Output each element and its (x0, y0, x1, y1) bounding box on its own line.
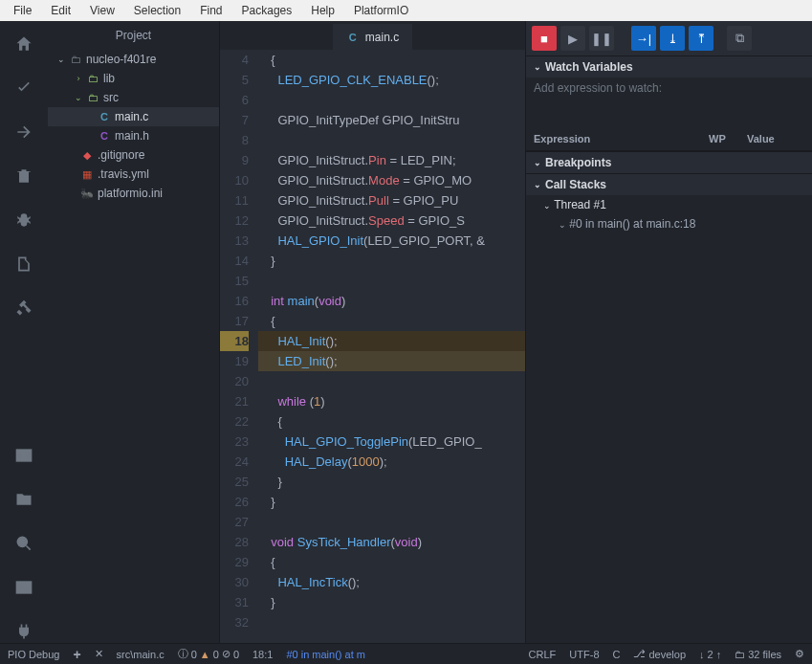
tree-label: .travis.yml (98, 167, 149, 181)
menu-find[interactable]: Find (190, 2, 231, 19)
tree-label: main.c (115, 110, 148, 123)
frame-label: #0 in main() at main.c:18 (569, 217, 695, 231)
tree-label: src (103, 91, 119, 104)
menu-selection[interactable]: Selection (124, 2, 190, 19)
debug-toolbar: ■ ▶ ❚❚ →| ⤓ ⤒ ⧉ (526, 21, 812, 55)
menubar: File Edit View Selection Find Packages H… (0, 0, 812, 21)
step-over-button[interactable]: →| (631, 26, 656, 51)
svg-rect-2 (17, 582, 32, 593)
activity-bar (0, 21, 48, 643)
status-close[interactable]: ✕ (95, 648, 103, 660)
folder-icon: 🗀 (86, 72, 99, 85)
thread-label: Thread #1 (554, 198, 606, 211)
status-cursor[interactable]: 18:1 (252, 649, 273, 660)
info-icon: ⓘ (178, 647, 188, 661)
tree-gitignore[interactable]: ◆ .gitignore (48, 145, 219, 165)
git-icon: ◆ (80, 148, 94, 162)
bug-icon[interactable] (12, 209, 35, 232)
console-button[interactable]: ⧉ (727, 26, 752, 51)
folder-icon: 🗀 (69, 53, 82, 66)
gutter: 4567891011121314151617181920212223242526… (220, 50, 258, 643)
status-frame[interactable]: #0 in main() at m (286, 649, 365, 660)
tree-label: nucleo-f401re (86, 53, 156, 66)
panel-title: Watch Variables (545, 60, 633, 74)
check-icon[interactable] (12, 77, 35, 100)
settings-icon[interactable]: ⚙ (795, 648, 804, 660)
folder-icon[interactable] (12, 488, 35, 511)
tree-travis[interactable]: ▦ .travis.yml (48, 165, 219, 184)
menu-edit[interactable]: Edit (41, 2, 80, 19)
menu-view[interactable]: View (80, 2, 124, 19)
chevron-down-icon: ⌄ (57, 55, 65, 64)
panel-title: Breakpoints (545, 156, 611, 169)
code-content[interactable]: { LED_GPIO_CLK_ENABLE(); GPIO_InitTypeDe… (258, 50, 525, 643)
chevron-down-icon: ⌄ (75, 93, 82, 102)
watch-header[interactable]: ⌄ Watch Variables (526, 56, 812, 77)
tree-mainc[interactable]: C main.c (48, 107, 219, 126)
status-diagnostics[interactable]: ⓘ0 ▲0 ⊘0 (178, 647, 239, 661)
tree-label: .gitignore (98, 148, 144, 162)
c-file-icon: C (98, 110, 111, 123)
stack-frame[interactable]: ⌄ #0 in main() at main.c:18 (526, 214, 812, 233)
col-value: Value (747, 133, 804, 144)
watch-columns: Expression WP Value (526, 127, 812, 151)
chevron-down-icon: ⌄ (543, 201, 551, 210)
tab-mainc[interactable]: C main.c (333, 24, 412, 50)
editor-area: C main.c 4567891011121314151617181920212… (220, 21, 525, 643)
panel-title: Call Stacks (545, 178, 606, 191)
error-icon: ⊘ (222, 648, 230, 660)
tree-root[interactable]: ⌄ 🗀 nucleo-f401re (48, 50, 219, 69)
status-debug[interactable]: PIO Debug (8, 649, 59, 660)
status-add[interactable]: + (73, 647, 80, 662)
h-file-icon: C (98, 129, 111, 143)
arrow-right-icon[interactable] (12, 121, 35, 144)
menu-help[interactable]: Help (301, 2, 344, 19)
tree-src[interactable]: ⌄ 🗀 src (48, 88, 219, 107)
plug-icon[interactable] (12, 620, 35, 643)
status-lang[interactable]: C (613, 649, 621, 660)
home-icon[interactable] (12, 33, 35, 55)
yml-icon: ▦ (80, 167, 94, 181)
debug-icon[interactable] (12, 297, 35, 320)
tab-label: main.c (365, 31, 399, 44)
tree-label: platformio.ini (98, 187, 163, 200)
continue-button[interactable]: ▶ (560, 26, 585, 51)
tab-bar: C main.c (220, 21, 525, 50)
code-editor[interactable]: 4567891011121314151617181920212223242526… (220, 50, 525, 643)
status-eol[interactable]: CRLF (529, 649, 557, 660)
status-encoding[interactable]: UTF-8 (569, 649, 599, 660)
watch-input[interactable]: Add expression to watch: (526, 77, 812, 99)
c-file-icon: C (346, 31, 360, 44)
step-into-button[interactable]: ⤓ (660, 26, 685, 51)
terminal-icon[interactable] (12, 576, 35, 599)
trash-icon[interactable] (12, 165, 35, 188)
tree-label: main.h (115, 129, 149, 143)
svg-point-1 (17, 537, 27, 546)
tree-pio[interactable]: 🐜 platformio.ini (48, 184, 219, 203)
pause-button[interactable]: ❚❚ (589, 26, 614, 51)
status-path[interactable]: src\main.c (117, 649, 165, 660)
status-sync[interactable]: ↓2 ↑ (699, 649, 721, 660)
col-expression: Expression (534, 133, 709, 144)
callstacks-header[interactable]: ⌄ Call Stacks (526, 174, 812, 195)
menu-platformio[interactable]: PlatformIO (344, 2, 418, 19)
test-icon[interactable] (12, 253, 35, 276)
search-icon[interactable] (12, 532, 35, 555)
warning-icon: ▲ (200, 649, 210, 660)
status-files[interactable]: 🗀 32 files (735, 649, 781, 660)
stop-button[interactable]: ■ (532, 26, 557, 51)
status-branch[interactable]: ⎇ develop (633, 648, 686, 660)
step-out-button[interactable]: ⤒ (689, 26, 713, 51)
menu-packages[interactable]: Packages (232, 2, 302, 19)
menu-file[interactable]: File (4, 2, 41, 19)
chevron-down-icon: ⌄ (534, 158, 541, 167)
tree-label: lib (103, 72, 115, 85)
tree-lib[interactable]: › 🗀 lib (48, 69, 219, 88)
chevron-down-icon: ⌄ (534, 180, 541, 189)
breakpoints-header[interactable]: ⌄ Breakpoints (526, 152, 812, 173)
code-icon[interactable] (12, 444, 35, 467)
col-wp: WP (709, 133, 747, 144)
thread-item[interactable]: ⌄ Thread #1 (526, 195, 812, 214)
chevron-down-icon: ⌄ (534, 62, 541, 72)
tree-mainh[interactable]: C main.h (48, 126, 219, 145)
